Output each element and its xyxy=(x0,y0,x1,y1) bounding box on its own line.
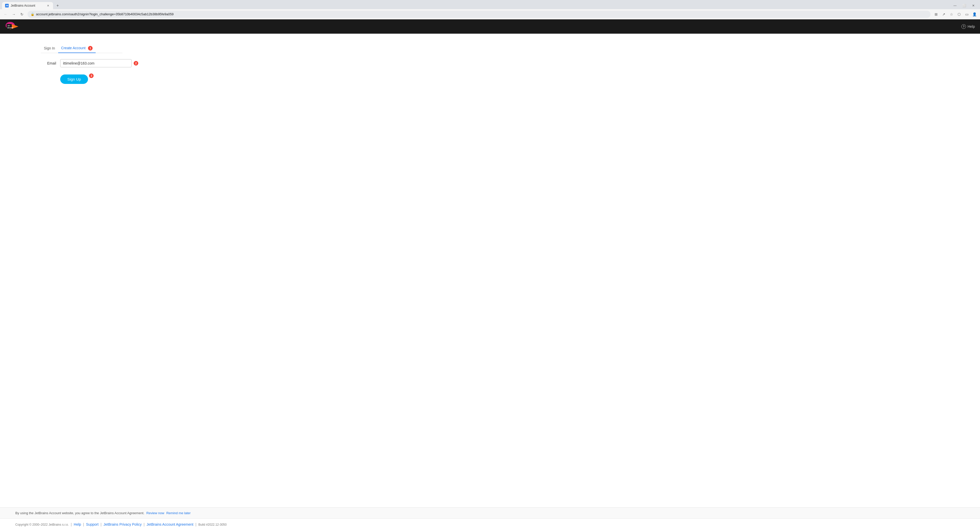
footer-privacy-link[interactable]: JetBrains Privacy Policy xyxy=(103,522,142,527)
jetbrains-logo: JET BRAINS xyxy=(5,21,25,32)
bookmark-button[interactable]: ☆ xyxy=(948,11,955,18)
main-content: Sign In Create Account 1 Email 2 Sign Up… xyxy=(0,33,980,507)
toolbar-actions: ⊞ ↗ ☆ ⬡ ▭ 👤 xyxy=(932,11,978,18)
email-field-wrapper: 2 xyxy=(60,59,132,67)
address-bar[interactable]: 🔒 account.jetbrains.com/oauth2/signin?lo… xyxy=(27,11,931,18)
footer-sep-1: | xyxy=(71,522,72,527)
signup-button[interactable]: Sign Up xyxy=(60,75,88,84)
browser-chrome: JB JetBrains Account ✕ + — ⬜ ✕ ← → ↻ 🔒 a… xyxy=(0,0,980,19)
signup-badge: 3 xyxy=(89,73,94,78)
window-restore-button[interactable]: ⬜ xyxy=(961,2,968,9)
footer-agreement-link[interactable]: JetBrains Account Agreement xyxy=(147,522,194,527)
back-button[interactable]: ← xyxy=(2,11,9,18)
share-button[interactable]: ↗ xyxy=(940,11,947,18)
translate-button[interactable]: ⊞ xyxy=(932,11,940,18)
footer-sep-5: | xyxy=(196,522,196,527)
help-icon: ? xyxy=(961,24,966,29)
cookie-bar: By using the JetBrains Account website, … xyxy=(0,507,980,519)
svg-text:BRAINS: BRAINS xyxy=(7,27,13,29)
sidebar-button[interactable]: ▭ xyxy=(963,11,970,18)
footer-build: Build #2022.12-3050 xyxy=(199,523,227,527)
auth-tabs: Sign In Create Account 1 xyxy=(41,44,123,53)
address-text: account.jetbrains.com/oauth2/signin?logi… xyxy=(36,12,928,16)
review-now-link[interactable]: Review now xyxy=(146,511,164,515)
email-label: Email xyxy=(41,61,56,65)
tab-close-button[interactable]: ✕ xyxy=(46,3,50,8)
forward-button[interactable]: → xyxy=(10,11,18,18)
create-account-badge: 1 xyxy=(88,46,92,51)
refresh-button[interactable]: ↻ xyxy=(18,11,25,18)
app-wrapper: JET BRAINS ? Help Sign In Create Account… xyxy=(0,19,980,530)
lock-icon: 🔒 xyxy=(30,13,35,16)
navbar-logo: JET BRAINS xyxy=(5,21,25,32)
form-container: Sign In Create Account 1 Email 2 Sign Up… xyxy=(0,44,980,84)
profile-button[interactable]: 👤 xyxy=(971,11,978,18)
footer-copyright: Copyright © 2000–2022 JetBrains s.r.o. xyxy=(15,523,69,527)
navbar: JET BRAINS ? Help xyxy=(0,19,980,33)
tab-create-account[interactable]: Create Account 1 xyxy=(58,44,96,53)
cookie-text: By using the JetBrains Account website, … xyxy=(15,511,144,515)
window-close-button[interactable]: ✕ xyxy=(970,2,977,9)
browser-toolbar: ← → ↻ 🔒 account.jetbrains.com/oauth2/sig… xyxy=(0,9,980,19)
email-form-row: Email 2 xyxy=(41,59,980,67)
footer-sep-3: | xyxy=(100,522,102,527)
remind-later-link[interactable]: Remind me later xyxy=(166,511,191,515)
active-tab[interactable]: JB JetBrains Account ✕ xyxy=(2,2,53,9)
footer-sep-4: | xyxy=(143,522,145,527)
help-label: Help xyxy=(967,24,975,29)
email-error-badge: 2 xyxy=(134,61,138,65)
window-minimize-button[interactable]: — xyxy=(951,2,959,9)
signup-button-wrapper: Sign Up 3 xyxy=(60,75,88,84)
tab-signin[interactable]: Sign In xyxy=(41,44,58,53)
footer-support-link[interactable]: Support xyxy=(86,522,99,527)
new-tab-button[interactable]: + xyxy=(54,2,61,9)
navbar-help-button[interactable]: ? Help xyxy=(961,24,975,29)
tab-title: JetBrains Account xyxy=(11,4,44,7)
footer-help-link[interactable]: Help xyxy=(74,522,81,527)
page-footer: Copyright © 2000–2022 JetBrains s.r.o. |… xyxy=(0,519,980,530)
tab-favicon: JB xyxy=(5,4,9,7)
footer-sep-2: | xyxy=(83,522,84,527)
svg-text:JET: JET xyxy=(7,25,10,27)
email-input[interactable] xyxy=(60,59,132,67)
extension-button[interactable]: ⬡ xyxy=(956,11,963,18)
tab-bar: JB JetBrains Account ✕ + — ⬜ ✕ xyxy=(0,0,980,9)
